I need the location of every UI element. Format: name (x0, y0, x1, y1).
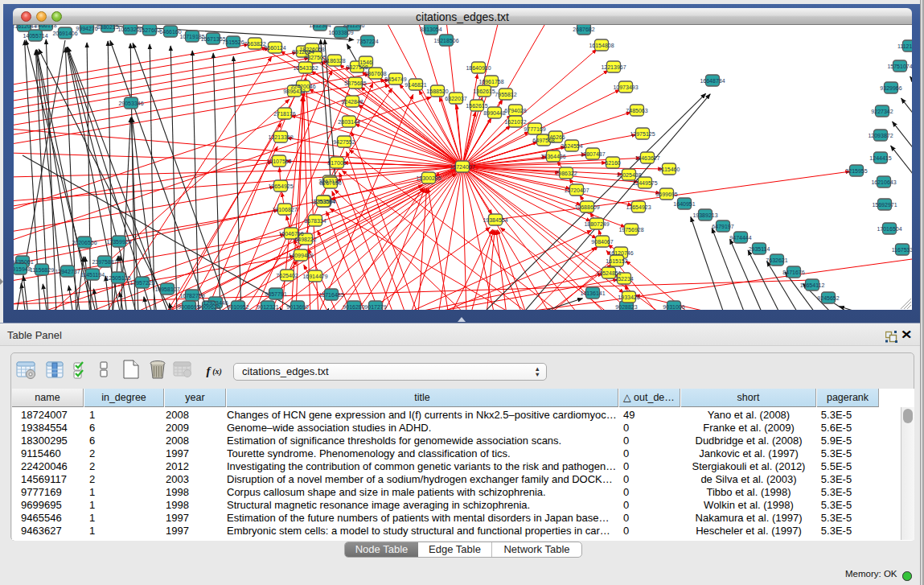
svg-text:12213369: 12213369 (268, 134, 293, 140)
svg-text:18807249: 18807249 (584, 221, 609, 227)
svg-text:10654112: 10654112 (800, 282, 825, 288)
svg-text:16543362: 16543362 (293, 65, 318, 71)
svg-text:6466160: 6466160 (159, 29, 181, 35)
svg-text:15751074: 15751074 (887, 64, 912, 69)
svg-text:9857791: 9857791 (265, 291, 286, 297)
svg-text:8454749: 8454749 (384, 76, 406, 82)
svg-text:9146821: 9146821 (405, 82, 426, 88)
svg-text:11121831: 11121831 (897, 43, 912, 49)
svg-text:6479197: 6479197 (712, 224, 733, 229)
svg-text:15720407: 15720407 (564, 187, 589, 193)
svg-text:9028823: 9028823 (615, 304, 637, 310)
svg-text:3915948: 3915948 (14, 266, 31, 272)
svg-text:2935114: 2935114 (749, 246, 770, 252)
svg-text:20206556: 20206556 (72, 240, 97, 245)
svg-text:6498222: 6498222 (294, 237, 316, 242)
svg-text:9242848: 9242848 (341, 99, 363, 105)
svg-text:1640951: 1640951 (673, 201, 695, 207)
svg-text:10025438: 10025438 (616, 172, 641, 178)
svg-text:8678334: 8678334 (304, 218, 326, 224)
svg-text:9227342: 9227342 (871, 109, 893, 114)
svg-text:19389213: 19389213 (692, 212, 717, 218)
svg-text:9329966: 9329966 (880, 85, 901, 91)
svg-text:746266: 746266 (546, 134, 565, 140)
svg-text:19384554: 19384554 (483, 217, 507, 223)
svg-text:62160: 62160 (605, 160, 621, 166)
svg-text:14099489: 14099489 (288, 253, 313, 258)
svg-text:8471676: 8471676 (782, 270, 804, 275)
svg-text:9009620: 9009620 (198, 304, 220, 310)
svg-text:817006: 817006 (327, 160, 346, 166)
svg-text:11451194: 11451194 (80, 272, 105, 278)
svg-text:3215955: 3215955 (845, 168, 867, 174)
svg-text:8380215: 8380215 (97, 25, 118, 30)
svg-text:14055714: 14055714 (23, 33, 47, 39)
svg-text:1812304: 1812304 (309, 25, 331, 28)
svg-text:12505135: 12505135 (105, 275, 130, 281)
svg-text:7357224: 7357224 (356, 39, 378, 44)
svg-text:10688609: 10688609 (574, 204, 599, 210)
svg-text:10958107: 10958107 (154, 286, 179, 292)
svg-text:6322037: 6322037 (445, 96, 466, 101)
svg-text:19106827: 19106827 (272, 207, 297, 212)
svg-text:18300295: 18300295 (416, 175, 441, 181)
svg-text:18226058: 18226058 (299, 47, 324, 52)
svg-text:2466178: 2466178 (35, 25, 56, 28)
svg-text:15716485: 15716485 (318, 292, 343, 298)
svg-text:9115460: 9115460 (659, 167, 680, 172)
svg-text:19218506: 19218506 (433, 38, 458, 43)
svg-text:1588520: 1588520 (426, 89, 448, 94)
svg-text:13654923: 13654923 (626, 204, 651, 210)
svg-text:9008695: 9008695 (178, 304, 199, 310)
svg-text:16120746: 16120746 (608, 250, 633, 256)
svg-text:9896432: 9896432 (283, 89, 305, 94)
svg-text:9017279: 9017279 (364, 304, 386, 310)
svg-text:3624554: 3624554 (561, 143, 582, 149)
svg-text:18640910: 18640910 (466, 65, 491, 71)
svg-text:21612044: 21612044 (14, 25, 37, 29)
svg-text:9010952: 9010952 (227, 304, 248, 310)
svg-text:16154808: 16154808 (589, 43, 614, 48)
svg-text:1167533: 1167533 (892, 247, 912, 253)
svg-text:17957223: 17957223 (129, 280, 154, 286)
svg-text:1615152: 1615152 (606, 258, 627, 264)
svg-text:16210643: 16210643 (871, 179, 896, 185)
svg-text:252234: 252234 (614, 276, 633, 282)
svg-text:10107554: 10107554 (266, 159, 291, 164)
svg-text:9474444: 9474444 (729, 235, 751, 241)
svg-text:16914479: 16914479 (302, 274, 327, 279)
svg-text:9012321: 9012321 (257, 304, 278, 310)
svg-text:12093872: 12093872 (868, 133, 893, 138)
svg-text:1362615: 1362615 (473, 89, 495, 94)
svg-text:12353594: 12353594 (310, 199, 335, 204)
svg-text:8267150: 8267150 (319, 180, 341, 186)
svg-text:8990448: 8990448 (483, 110, 505, 116)
svg-text:7986322: 7986322 (555, 171, 577, 176)
svg-text:21364436: 21364436 (540, 154, 565, 159)
svg-text:19524851: 19524851 (596, 270, 621, 276)
svg-text:6794028: 6794028 (504, 108, 526, 113)
svg-text:2867608: 2867608 (364, 71, 386, 76)
svg-text:12449575: 12449575 (632, 180, 657, 186)
svg-text:12213967: 12213967 (601, 64, 626, 70)
svg-text:8186328: 8186328 (323, 58, 345, 64)
svg-text:9435061: 9435061 (14, 259, 34, 265)
svg-text:8813054: 8813054 (420, 27, 441, 32)
svg-text:7485063: 7485063 (626, 108, 647, 113)
svg-text:16782759: 16782759 (179, 293, 204, 299)
svg-text:9013690: 9013690 (286, 304, 308, 310)
svg-text:9699695: 9699695 (655, 192, 677, 197)
svg-text:16648784: 16648784 (700, 78, 725, 84)
svg-text:1933426: 1933426 (618, 295, 639, 300)
svg-text:9016280: 9016280 (343, 304, 364, 310)
svg-text:10807487: 10807487 (580, 151, 605, 157)
svg-text:7663822: 7663822 (244, 41, 265, 47)
svg-text:2803144: 2803144 (338, 119, 359, 125)
svg-text:12942737: 12942737 (55, 269, 80, 274)
svg-text:9031006: 9031006 (663, 304, 684, 310)
svg-text:9245652: 9245652 (817, 295, 839, 301)
svg-text:9777169: 9777169 (524, 126, 545, 132)
svg-text:5875685: 5875685 (344, 80, 366, 86)
svg-text:1527602: 1527602 (138, 27, 160, 33)
svg-text:19654925: 19654925 (268, 183, 293, 189)
